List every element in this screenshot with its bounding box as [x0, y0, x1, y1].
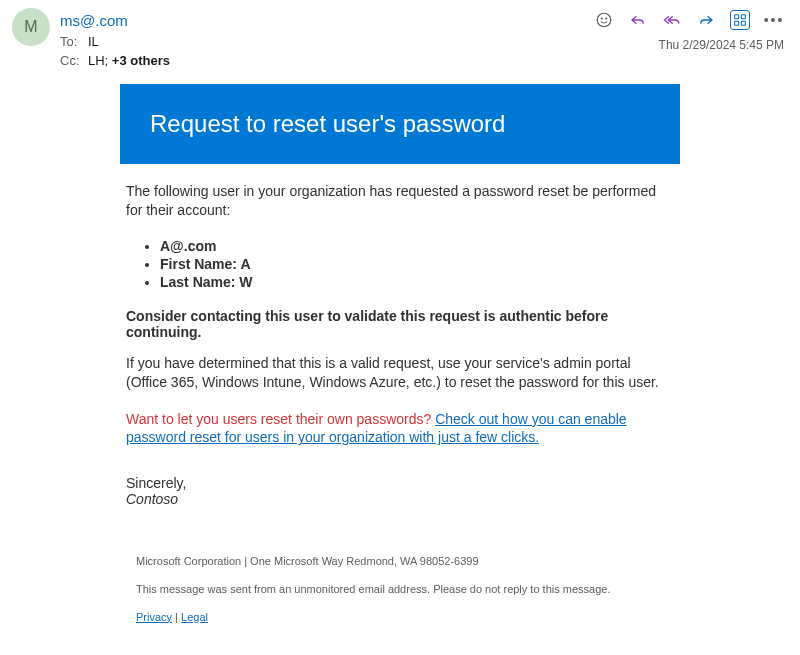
valid-request-text: If you have determined that this is a va…: [126, 354, 674, 392]
svg-rect-3: [735, 15, 739, 19]
intro-text: The following user in your organization …: [126, 182, 674, 220]
to-row: To: IL: [60, 32, 594, 51]
reply-icon[interactable]: [628, 10, 648, 30]
timestamp: Thu 2/29/2024 5:45 PM: [659, 32, 784, 52]
footer-note: This message was sent from an unmonitore…: [136, 581, 664, 599]
smiley-icon[interactable]: [594, 10, 614, 30]
privacy-link[interactable]: Privacy: [136, 611, 172, 623]
legal-link[interactable]: Legal: [181, 611, 208, 623]
footer-address: Microsoft Corporation | One Microsoft Wa…: [136, 553, 664, 571]
reply-all-icon[interactable]: [662, 10, 682, 30]
svg-rect-6: [741, 21, 745, 25]
validate-warning: Consider contacting this user to validat…: [126, 308, 674, 340]
to-value: IL: [88, 34, 99, 49]
user-details-list: A@.com First Name: A Last Name: W: [160, 238, 674, 290]
svg-point-1: [601, 18, 602, 19]
cc-row: Cc: LH; +3 others: [60, 51, 594, 70]
from-email[interactable]: ms@.com: [60, 12, 128, 29]
apps-icon[interactable]: [730, 10, 750, 30]
more-icon[interactable]: •••: [764, 10, 784, 30]
svg-rect-4: [741, 15, 745, 19]
sincerely: Sincerely,: [126, 475, 674, 491]
first-name-item: First Name: A: [160, 256, 674, 272]
promo-text: Want to let you users reset their own pa…: [126, 410, 674, 448]
cc-label: Cc:: [60, 53, 88, 68]
cc-value: LH; +3 others: [88, 53, 170, 68]
signature-company: Contoso: [126, 491, 674, 507]
avatar: M: [12, 8, 50, 46]
forward-icon[interactable]: [696, 10, 716, 30]
cc-others[interactable]: +3 others: [112, 53, 170, 68]
svg-point-0: [597, 13, 611, 27]
user-email-item: A@.com: [160, 238, 674, 254]
message-actions: •••: [594, 8, 784, 32]
banner-title: Request to reset user's password: [120, 84, 680, 164]
svg-point-2: [606, 18, 607, 19]
email-footer: Microsoft Corporation | One Microsoft Wa…: [126, 537, 674, 636]
last-name-item: Last Name: W: [160, 274, 674, 290]
to-label: To:: [60, 34, 88, 49]
email-header: M ms@.com To: IL Cc: LH; +3 others: [0, 0, 800, 74]
email-body: Request to reset user's password The fol…: [120, 84, 680, 636]
svg-rect-5: [735, 21, 739, 25]
